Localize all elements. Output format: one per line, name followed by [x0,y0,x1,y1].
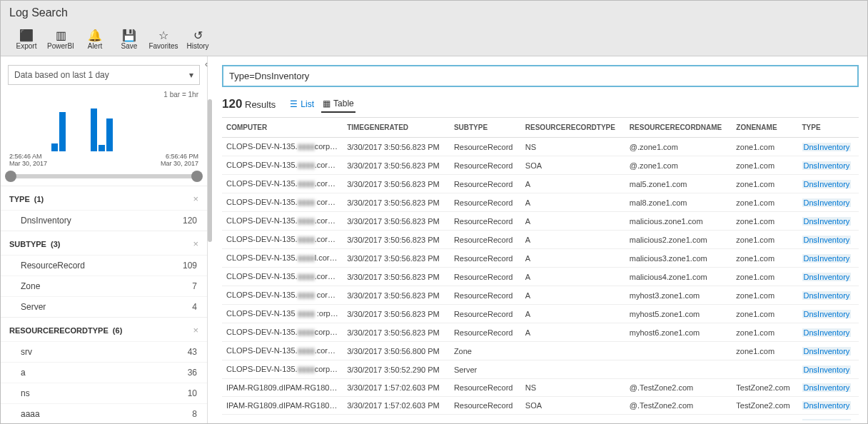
toolbar-label: History [186,42,208,50]
table-row[interactable]: IPAM-RG1809.dIPAM-RG1808.ipa…3/30/2017 1… [222,379,859,397]
type-link[interactable]: DnsInventory [802,291,852,300]
sidebar-panel: ‹ Data based on last 1 day ▾ 1 bar = 1hr… [1,56,208,424]
history-button[interactable]: ↺History [181,25,215,56]
facet-item[interactable]: ns10 [1,383,207,403]
time-scope-label: Data based on last 1 day [14,70,109,80]
table-row[interactable]: CLOPS-DEV-N-135.▮▮▮▮.corp…3/30/2017 3:50… [222,268,859,286]
facet-header[interactable]: RESOURCERECORDTYPE (6)× [1,318,207,341]
column-header-subtype[interactable]: SUBTYPE [450,118,521,138]
type-link[interactable]: DnsInventory [802,217,852,226]
histogram-bar[interactable] [99,145,105,151]
table-cell: ResourceRecord [450,305,521,323]
facet-item[interactable]: Zone7 [1,276,207,296]
type-link[interactable]: DnsInventory [802,254,852,263]
table-row[interactable]: CLOPS-DEV-N-135.▮▮▮▮ corp…3/30/2017 3:50… [222,286,859,305]
toolbar-label: Alert [88,42,103,50]
type-cell: DnsInventory [798,342,859,360]
time-scope-dropdown[interactable]: Data based on last 1 day ▾ [8,65,200,85]
facet-item[interactable]: Server4 [1,296,207,317]
column-header-resourcerecordtype[interactable]: RESOURCERECORDTYPE [521,118,625,138]
type-cell: DnsInventory [798,193,859,212]
table-cell: ResourceRecord [450,249,521,268]
type-link[interactable]: DnsInventory [802,198,852,207]
table-cell: zone1.com [732,268,797,286]
close-icon[interactable]: × [193,193,198,204]
type-cell: DnsInventory [798,212,859,231]
table-row[interactable]: CLOPS-DEV-N-135 ▮▮▮▮ :orp…3/30/2017 3:50… [222,305,859,323]
type-link[interactable]: DnsInventory [802,236,852,244]
table-row[interactable]: CLOPS-DEV-N-135.▮▮▮▮.corp…3/30/2017 3:50… [222,212,859,231]
results-table-wrapper: COMPUTERTIMEGENERATEDSUBTYPERESOURCERECO… [222,117,859,420]
type-link[interactable]: DnsInventory [802,347,852,355]
table-row[interactable]: CLOPS-DEV-N-135.▮▮▮▮ corp…3/30/2017 3:50… [222,193,859,212]
column-header-type[interactable]: TYPE [798,118,859,138]
facet-item-label: ns [21,388,30,398]
sidebar-scrollbar[interactable] [208,99,212,242]
type-link[interactable]: DnsInventory [802,180,852,188]
type-link[interactable]: DnsInventory [802,365,852,374]
facet-item[interactable]: ResourceRecord109 [1,255,207,276]
table-cell: malicious.zone1.com [625,212,732,231]
table-cell: zone1.com [732,305,797,323]
table-row[interactable]: CLOPS-DEV-N-135.▮▮▮▮.corp…3/30/2017 3:50… [222,156,859,175]
type-link[interactable]: DnsInventory [802,143,852,151]
table-row[interactable]: IPAM-RG1809.dIPAM-RG1808.ipa…3/30/2017 1… [222,415,859,421]
type-link[interactable]: DnsInventory [802,401,852,410]
type-link[interactable]: DnsInventory [802,383,852,392]
facet-item-count: 7 [192,281,197,291]
facet-item[interactable]: srv43 [1,341,207,362]
sidebar-collapse-icon[interactable]: ‹ [205,59,208,69]
column-header-computer[interactable]: COMPUTER [222,118,343,138]
type-link[interactable]: DnsInventory [802,310,852,318]
query-input[interactable] [222,65,859,87]
type-link[interactable]: DnsInventory [802,273,852,281]
histogram-bar[interactable] [106,118,113,151]
table-cell: CLOPS-DEV-N-135.▮▮▮▮corp… [222,360,343,379]
favorites-button[interactable]: ☆Favorites [146,25,181,56]
column-header-timegenerated[interactable]: TIMEGENERATED [343,118,450,138]
table-cell: A [521,175,625,193]
table-cell: ResourceRecord [450,193,521,212]
close-icon[interactable]: × [193,325,198,335]
table-row[interactable]: CLOPS-DEV-N-135.▮▮▮▮corp…3/30/2017 3:50:… [222,323,859,342]
type-link[interactable]: DnsInventory [802,161,852,170]
column-header-resourcerecordname[interactable]: RESOURCERECORDNAME [625,118,732,138]
powerbi-button[interactable]: ▥PowerBI [44,25,78,56]
facet-header[interactable]: TYPE (1)× [1,186,207,210]
table-cell: Server [450,360,521,379]
table-cell: @.TestZone2.com [625,397,732,415]
facet-item-label: aaaa [21,409,40,419]
table-row[interactable]: CLOPS-DEV-N-135.▮▮▮▮corp…3/30/2017 3:50:… [222,138,859,156]
column-header-zonename[interactable]: ZONENAME [732,118,797,138]
alert-button[interactable]: 🔔Alert [78,25,112,56]
view-table-button[interactable]: ▦ Table [321,96,355,113]
type-cell: DnsInventory [798,249,859,268]
table-cell: ResourceRecord [450,379,521,397]
histogram-bar[interactable] [91,108,97,151]
table-cell: A [521,305,625,323]
facet-item-label: Zone [21,281,40,291]
time-histogram[interactable] [8,101,200,151]
table-cell: zone1.com [732,231,797,249]
table-row[interactable]: CLOPS-DEV-N-135.▮▮▮▮.corp…3/30/2017 3:50… [222,342,859,360]
table-row[interactable]: CLOPS-DEV-N-135.▮▮▮▮l.corp…3/30/2017 3:5… [222,249,859,268]
histogram-bar[interactable] [51,143,58,151]
export-button[interactable]: ⬛Export [9,25,44,56]
table-row[interactable]: CLOPS-DEV-N-135.▮▮▮▮.corp…3/30/2017 3:50… [222,231,859,249]
view-list-button[interactable]: ☰ List [288,96,316,113]
histogram-bar[interactable] [59,112,66,151]
type-link[interactable]: DnsInventory [802,328,852,337]
table-row[interactable]: CLOPS-DEV-N-135.▮▮▮▮corp…3/30/2017 3:50:… [222,360,859,379]
facet-item[interactable]: DnsInventory120 [1,210,207,231]
save-button[interactable]: 💾Save [112,25,146,56]
facet-item-count: 43 [188,347,197,357]
time-range-slider[interactable] [9,174,198,178]
facet-item-count: 120 [183,216,197,226]
table-row[interactable]: CLOPS-DEV-N-135.▮▮▮▮.corp…3/30/2017 3:50… [222,175,859,193]
facet-item[interactable]: a36 [1,362,207,383]
close-icon[interactable]: × [193,238,198,249]
facet-header[interactable]: SUBTYPE (3)× [1,231,207,255]
type-link[interactable]: DnsInventory [802,419,852,420]
facet-item[interactable]: aaaa8 [1,403,207,424]
table-row[interactable]: IPAM-RG1809.dIPAM-RG1808.ipa…3/30/2017 1… [222,397,859,415]
